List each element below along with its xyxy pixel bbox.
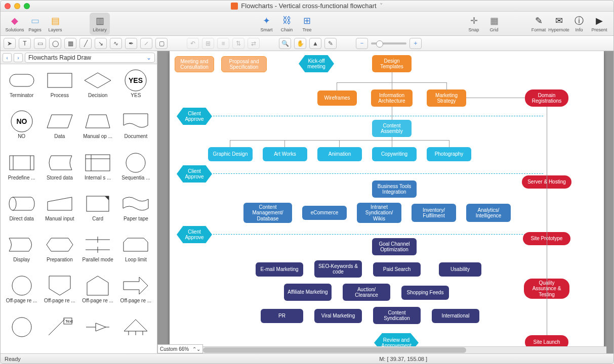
node-cms[interactable]: Content Management/ Database	[243, 203, 292, 223]
shape-item[interactable]: Terminator	[3, 68, 40, 108]
node-photography[interactable]: Photography	[427, 147, 471, 161]
shape-item[interactable]: Card	[79, 192, 117, 232]
connector-tool[interactable]: ↘	[95, 38, 107, 49]
page[interactable]: Meeting and Consultation Proposal and Sp…	[170, 51, 604, 353]
node-graphic[interactable]: Graphic Design	[208, 147, 253, 161]
zoom-slider[interactable]	[371, 42, 406, 44]
shape-item[interactable]	[79, 315, 117, 349]
library-button[interactable]: ▥Library	[90, 13, 110, 35]
curve-tool[interactable]: ∿	[110, 38, 122, 49]
shape-item[interactable]: Display	[3, 233, 40, 272]
titlebar[interactable]: Flowcharts - Vertical cross-functional f…	[1, 1, 613, 12]
canvas[interactable]: Meeting and Consultation Proposal and Sp…	[157, 51, 613, 353]
shape-item[interactable]: Paper tape	[117, 192, 155, 232]
shape-item[interactable]: YESYES	[117, 68, 155, 108]
shape-item[interactable]: Off-page re ...	[117, 274, 155, 313]
horizontal-scrollbar[interactable]	[203, 346, 606, 353]
node-ia[interactable]: Information Architecture	[371, 89, 413, 107]
node-meeting[interactable]: Meeting and Consultation	[175, 56, 214, 72]
ellipse-tool[interactable]: ◯	[49, 38, 61, 49]
node-intranet[interactable]: Intranet Syndication/ Wikis	[357, 203, 401, 223]
table-tool[interactable]: ▦	[64, 38, 76, 49]
pan-tool[interactable]: ✋	[294, 38, 306, 49]
node-seo[interactable]: SEO-Keywords & code	[314, 260, 362, 278]
shape-item[interactable]: Data	[40, 109, 78, 149]
shape-item[interactable]: Process	[40, 68, 78, 108]
shape-item[interactable]: Sequentia ...	[117, 151, 155, 191]
shape-item[interactable]: Manual input	[40, 192, 78, 232]
solutions-button[interactable]: ◆Solutions	[5, 13, 25, 35]
align-button[interactable]: ≡	[217, 38, 229, 49]
node-inventory[interactable]: Inventory/ Fulfilment	[412, 204, 456, 222]
layers-button[interactable]: ▤Layers	[45, 13, 65, 35]
shape-item[interactable]: Predefine ...	[3, 151, 40, 191]
distribute-button[interactable]: ⇅	[232, 38, 244, 49]
node-approve2[interactable]: Client Approve	[177, 165, 212, 183]
node-paid[interactable]: Paid Search	[373, 262, 421, 277]
node-animation[interactable]: Animation	[317, 147, 362, 161]
smart-button[interactable]: ✦Smart	[257, 13, 277, 35]
node-goal[interactable]: Goal Channel Optimization	[372, 238, 417, 255]
hypernote-button[interactable]: ✉Hypernote	[549, 13, 569, 35]
shape-item[interactable]: Internal s ...	[79, 151, 117, 191]
node-shopping[interactable]: Shopping Feeds	[401, 286, 449, 300]
shape-item[interactable]: Off-page re ...	[40, 274, 78, 313]
grid-button[interactable]: ▦Grid	[484, 13, 504, 35]
node-affiliate[interactable]: Affiliate Marketing	[284, 284, 332, 301]
node-artworks[interactable]: Art Works	[263, 147, 307, 161]
flip-button[interactable]: ⇄	[248, 38, 260, 49]
bezier-tool[interactable]: ⟋	[140, 38, 152, 49]
node-pr[interactable]: PR	[261, 309, 303, 323]
present-button[interactable]: ▶Present	[589, 13, 609, 35]
node-international[interactable]: International	[432, 309, 479, 323]
node-kickoff[interactable]: Kick-off meeting	[299, 55, 334, 72]
node-proposal[interactable]: Proposal and Specification	[221, 56, 267, 72]
node-usability[interactable]: Usability	[439, 262, 481, 277]
node-copywriting[interactable]: Copywriting	[372, 147, 417, 161]
shape-item[interactable]: NONO	[3, 109, 40, 149]
library-selector[interactable]: Flowcharts Rapid Draw ⌄	[25, 53, 155, 63]
stamp-tool[interactable]: ▲	[309, 38, 321, 49]
shape-item[interactable]: Off-page re ...	[3, 274, 40, 313]
shape-item[interactable]: Document	[117, 109, 155, 149]
node-wireframes[interactable]: Wireframes	[317, 90, 357, 106]
magnify-tool[interactable]: 🔍	[279, 38, 291, 49]
shape-item[interactable]: Text	[40, 315, 78, 349]
shape-item[interactable]: Loop limit	[117, 233, 155, 272]
group-button[interactable]: ⊞	[202, 38, 214, 49]
shape-item[interactable]: Parallel mode	[79, 233, 117, 272]
format-button[interactable]: ✎Format	[528, 13, 549, 35]
eyedropper-tool[interactable]: ✎	[324, 38, 337, 49]
shape-tool[interactable]: ▢	[155, 38, 168, 49]
shape-item[interactable]: Decision	[79, 68, 117, 108]
snap-button[interactable]: ✛Snap	[464, 13, 484, 35]
shape-item[interactable]	[3, 315, 40, 349]
shape-item[interactable]: Stored data	[40, 151, 78, 191]
node-design[interactable]: Design Templates	[372, 55, 412, 72]
node-marketing[interactable]: Marketing Strategy	[427, 89, 466, 107]
info-button[interactable]: ⓘInfo	[569, 13, 589, 35]
zoom-out-button[interactable]: －	[356, 38, 368, 49]
shape-item[interactable]: Manual op ...	[79, 109, 117, 149]
shape-item[interactable]	[117, 315, 155, 349]
node-ecommerce[interactable]: eCommerce	[302, 206, 347, 220]
pages-button[interactable]: ▭Pages	[25, 13, 45, 35]
node-content-assembly[interactable]: Content Assembly	[372, 120, 412, 137]
node-domain[interactable]: Domain Registrations	[525, 89, 568, 107]
node-analytics[interactable]: Analytics/ Intelligence	[466, 204, 511, 222]
shape-item[interactable]: Direct data	[3, 192, 40, 232]
lib-back-button[interactable]: ‹	[3, 53, 12, 62]
text-tool[interactable]: T	[19, 38, 31, 49]
zoom-in-button[interactable]: ＋	[410, 38, 422, 49]
node-bti[interactable]: Business Tools Integration	[372, 180, 417, 198]
chain-button[interactable]: ⛓Chain	[277, 13, 297, 35]
lib-forward-button[interactable]: ›	[14, 53, 23, 62]
line-tool[interactable]: ╱	[79, 38, 92, 49]
zoom-selector[interactable]: Custom 66%⌃⌄	[157, 344, 203, 353]
pen-tool[interactable]: ✒	[125, 38, 137, 49]
shape-item[interactable]: Preparation	[40, 233, 78, 272]
node-auction[interactable]: Auction/ Clearance	[343, 284, 390, 301]
node-approve3[interactable]: Client Approve	[177, 226, 212, 243]
tree-button[interactable]: ⊞Tree	[297, 13, 317, 35]
node-approve1[interactable]: Client Approve	[177, 108, 212, 125]
